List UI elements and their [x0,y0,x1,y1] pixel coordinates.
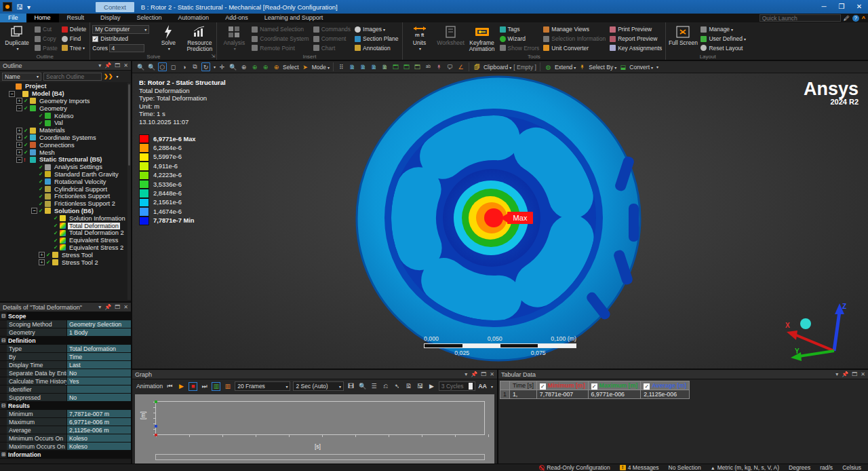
expand-icon[interactable]: ⊞ [0,451,7,458]
filter-more-icon[interactable]: ▾ [116,74,118,79]
angle-status[interactable]: Degrees [789,464,810,471]
full-screen-button[interactable]: Full Screen [668,24,698,52]
previous-view-icon[interactable]: ⊕ [272,62,281,71]
last-frame-button[interactable]: ⏭ [200,382,209,391]
report-preview-button[interactable]: Report Preview [608,35,663,43]
panel-menu-icon[interactable]: ▾ [98,304,101,310]
tree-item-geometry[interactable]: −✓Geometry [0,105,131,112]
tree-item-frictionless-support[interactable]: ✓Frictionless Support [0,193,131,200]
iso-view-icon[interactable]: ⬡ [158,62,167,71]
tab-display[interactable]: Display [92,14,129,22]
export-data-icon[interactable]: 🖫 [416,382,425,391]
pin-icon[interactable]: 📌 [104,304,111,310]
help-icon[interactable]: ? [852,15,859,22]
orbit-dropdown-icon[interactable]: ▾ [214,64,216,69]
coordinate-system-button[interactable]: Coordinate System [250,35,310,43]
expand-options-icon[interactable]: ❯❯ [104,73,113,79]
tree-item-mesh[interactable]: +✓Mesh [0,149,131,156]
details-row[interactable]: Scoping MethodGeometry Selection [0,320,131,328]
play-button[interactable]: ▶ [177,382,186,391]
tree-item-frictionless-support-2[interactable]: ✓Frictionless Support 2 [0,200,131,208]
units-status[interactable]: ▲Metric (m, kg, N, s, V, A) [711,464,779,471]
tab-learning[interactable]: Learning and Support [256,14,332,22]
tree-item-solution[interactable]: −✓Solution (B6) [0,208,131,215]
details-row-maximum[interactable]: Maximum6,9771e-006 m [0,418,131,426]
tab-home[interactable]: Home [26,14,59,22]
units-button[interactable]: m ft Units▾ [405,24,435,52]
model-viewport[interactable]: Max B: Rotor 2 - Static Structural Total… [132,73,868,369]
close-panel-icon[interactable]: ✕ [123,62,128,69]
mesh-select-icon[interactable]: 🗔 [402,62,411,71]
resource-prediction-button[interactable]: Resource Prediction [184,24,214,52]
details-row[interactable]: Maximum Occurs OnKoleso [0,442,131,451]
table-row[interactable]: 1 1, 7,7871e-007 6,9771e-006 2,1125e-006 [500,390,690,399]
cursor-icon[interactable]: ➤ [301,62,310,71]
chart-button[interactable]: Chart [312,43,352,52]
remote-point-button[interactable]: Remote Point [250,43,310,52]
cycles-input[interactable]: 3 Cycles [439,381,475,391]
zoom-graph-icon[interactable]: 🔍 [358,382,367,391]
tree-button[interactable]: Tree▾ [60,43,88,52]
outline-search-input[interactable] [43,73,102,81]
comment-bubble-icon[interactable]: 🗩 [446,62,454,71]
close-panel-icon[interactable]: ✕ [861,371,865,377]
tree-item-analysis-settings[interactable]: ✓Analysis Settings [0,164,131,171]
print-preview-button[interactable]: Print Preview [608,25,663,34]
face-filter-icon[interactable]: 🗎 [359,62,368,71]
maximize-panel-icon[interactable]: 🗖 [115,304,120,310]
probe-graph-icon[interactable]: ➴ [393,382,401,391]
checkbox-checked-icon[interactable]: ✓ [540,383,546,390]
zoom-in-icon[interactable]: 🔍 [136,62,145,71]
manage-layout-button[interactable]: Manage▾ [699,25,747,34]
user-defined-button[interactable]: User Defined▾ [699,35,747,43]
close-button[interactable]: ✕ [850,1,868,12]
tab-selection[interactable]: Selection [129,14,170,22]
pin-icon[interactable]: 📌 [471,371,477,377]
select-by-dropdown[interactable]: Select By▾ [589,64,616,71]
tree-item-project[interactable]: Project [0,83,131,90]
tree-item-cylindrical-support[interactable]: ✓Cylindrical Support [0,185,131,193]
tree-item-total-deformation-2[interactable]: ✓Total Deformation 2 [0,229,131,237]
tree-item-rotational-velocity[interactable]: ✓Rotational Velocity [0,178,131,185]
details-row[interactable]: TypeTotal Deformation [0,345,131,353]
orbit-icon[interactable]: ↻ [201,62,210,71]
details-category[interactable]: ⊞Information [0,451,131,459]
triad[interactable]: X Y Z [778,299,860,362]
manage-views-button[interactable]: Manage Views [542,25,607,34]
first-frame-button[interactable]: ⏮ [165,382,174,391]
reset-layout-button[interactable]: Reset Layout [699,43,747,52]
delete-button[interactable]: Delete [60,25,88,34]
edge-filter-icon[interactable]: 🗎 [348,62,357,71]
select-all-icon[interactable]: 🗔 [413,62,422,71]
details-row-minimum[interactable]: Minimum7,7871e-007 m [0,410,131,418]
tab-file[interactable]: File [0,14,26,22]
tree-item-coordinate-systems[interactable]: +✓Coordinate Systems [0,134,131,142]
color-bars-icon[interactable]: ☰ [370,382,378,391]
tree-item-equivalent-stress-2[interactable]: ✓Equivalent Stress 2 [0,244,131,252]
analysis-button[interactable]: Analysis▾ [219,24,249,52]
tree-item-equivalent-stress[interactable]: ✓Equivalent Stress [0,237,131,244]
context-tab[interactable]: Context [96,2,134,12]
details-row[interactable]: Geometry1 Body [0,328,131,337]
frames-select[interactable]: 20 Frames▾ [235,381,290,391]
quick-launch-input[interactable] [760,14,841,22]
tree-item-materials[interactable]: +✓Materials [0,127,131,134]
toolbar-overflow-icon[interactable]: ▾ [656,64,658,69]
find-button[interactable]: Find [60,35,88,43]
tree-item-geometry-imports[interactable]: +✓Geometry Imports [0,98,131,105]
save-icon[interactable]: 🖫 [16,3,23,11]
convert-dropdown[interactable]: Convert▾ [629,64,653,71]
collapse-icon[interactable]: ⊟ [0,337,7,344]
details-row[interactable]: ByTime [0,353,131,361]
details-category[interactable]: ⊟Results [0,402,131,410]
selection-information-button[interactable]: Selection Information [542,35,607,43]
pin-icon[interactable]: 📌 [104,62,111,69]
angular-velocity-status[interactable]: rad/s [820,464,833,471]
details-row[interactable]: Separate Data by EntityNo [0,369,131,377]
wizard-button[interactable]: Wizard [498,35,541,43]
show-errors-button[interactable]: Show Errors [498,43,541,52]
details-row[interactable]: Display TimeLast [0,361,131,369]
keyframe-animation-button[interactable]: Keyframe Animation [467,24,497,52]
collapse-icon[interactable]: ⊟ [0,402,7,409]
look-at-icon[interactable]: ◻ [169,62,178,71]
